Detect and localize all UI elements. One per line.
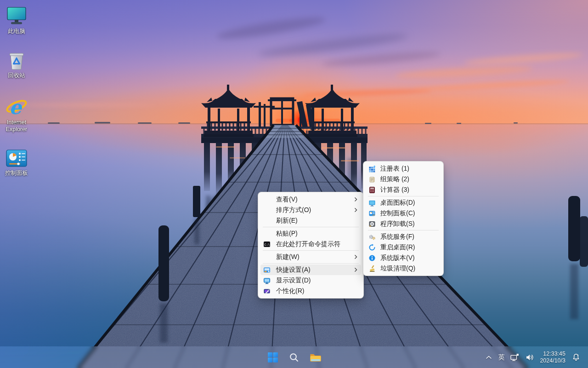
menu-item-personalize[interactable]: 个性化(R) [260,286,361,296]
desktop-icon-label: 控制面板 [0,170,34,177]
system-tray: 英 12:33:45 2024/10/3 [485,346,588,368]
chevron-up-icon [486,355,492,360]
group-policy-icon [368,176,376,183]
menu-item-new[interactable]: 新建(W) [260,252,361,262]
desktop-icon-label: 回收站 [0,72,34,79]
menu-item-paste[interactable]: 粘贴(P) [260,228,361,239]
desktop-icons-icon [368,199,376,207]
menu-item-refresh[interactable]: 刷新(E) [260,215,361,226]
calculator-icon [368,186,376,194]
quick-settings-submenu: 注册表 (1) 组策略 (2) 计算器 (3) 桌面图标(D) 控制面板 [363,161,444,276]
svg-text:C:\: C:\ [265,243,270,247]
chevron-right-icon [354,207,357,213]
menu-separator [263,250,359,251]
desktop-icon-label: 此电脑 [0,28,34,35]
submenu-item-control-panel[interactable]: 控制面板(C) [366,208,441,218]
menu-separator [263,263,359,264]
submenu-item-desktop-icons[interactable]: 桌面图标(D) [366,197,441,208]
volume-button[interactable] [525,351,535,363]
services-gears-icon [368,233,376,241]
submenu-item-registry[interactable]: 注册表 (1) [366,163,441,174]
network-button[interactable] [509,351,520,363]
ethernet-icon [510,353,519,362]
info-icon [368,254,376,262]
hidden-icons-chevron[interactable] [485,351,493,363]
menu-separator [368,196,439,196]
clock-date: 2024/10/3 [540,357,565,364]
svg-text:z: z [577,353,579,356]
internet-explorer-icon: e [0,98,34,118]
this-pc-icon [0,6,34,27]
notification-bell-icon: z [571,353,581,362]
chevron-right-icon [354,267,357,272]
desktop-icon-control-panel[interactable]: 控制面板 [0,148,34,177]
search-icon [289,352,299,362]
clock[interactable]: 12:33:45 2024/10/3 [540,351,565,364]
submenu-item-uninstall[interactable]: 程序卸载(S) [366,218,441,229]
cmd-icon: C:\ [263,241,271,248]
file-explorer-button[interactable] [309,351,321,363]
desktop[interactable]: 此电脑 回收站 e Internet Explorer [0,0,588,368]
personalize-icon [263,288,271,295]
submenu-item-calculator[interactable]: 计算器 (3) [366,184,441,195]
menu-separator [368,230,439,230]
windows-logo-icon [268,352,278,362]
search-button[interactable] [288,351,300,363]
taskbar: 英 12:33:45 2024/10/3 [0,346,588,368]
context-menu: 查看(V) 排序方式(O) 刷新(E) 粘贴(P) C:\ 在此处打开命令提示符… [258,192,364,299]
menu-item-quick-settings[interactable]: 快捷设置(A) [260,264,361,275]
desktop-icon-internet-explorer[interactable]: e Internet Explorer [0,98,34,133]
uninstall-icon [368,220,376,228]
cleanup-broom-icon [368,265,376,272]
svg-text:e: e [9,97,23,118]
notification-center-button[interactable]: z [571,351,582,363]
registry-icon [368,165,376,172]
submenu-item-system-version[interactable]: 系统版本(V) [366,253,441,263]
desktop-icon-recycle-bin[interactable]: 回收站 [0,51,34,79]
restart-icon [368,244,376,251]
recycle-bin-icon [0,51,34,71]
wallpaper-pier-scene [0,0,588,368]
submenu-item-group-policy[interactable]: 组策略 (2) [366,174,441,184]
submenu-item-cleanup[interactable]: 垃圾清理(Q) [366,263,441,274]
clock-time: 12:33:45 [540,351,565,357]
start-button[interactable] [267,351,279,363]
control-panel-icon [0,148,34,168]
menu-item-sort-by[interactable]: 排序方式(O) [260,205,361,215]
display-settings-icon [263,277,271,284]
chevron-right-icon [354,254,357,259]
desktop-icon-label: Internet Explorer [0,119,34,133]
folder-icon [310,352,321,362]
menu-item-display-settings[interactable]: 显示设置(D) [260,275,361,286]
menu-item-view[interactable]: 查看(V) [260,194,361,205]
submenu-item-restart-desktop[interactable]: 重启桌面(R) [366,242,441,253]
chevron-right-icon [354,197,357,202]
control-panel-icon [368,210,376,217]
menu-separator [263,227,359,227]
quick-settings-icon [263,266,271,274]
desktop-icon-this-pc[interactable]: 此电脑 [0,6,34,35]
ime-indicator[interactable]: 英 [498,353,504,362]
speaker-icon [525,353,534,362]
menu-item-open-cmd-here[interactable]: C:\ 在此处打开命令提示符 [260,239,361,249]
submenu-item-system-services[interactable]: 系统服务(F) [366,231,441,242]
